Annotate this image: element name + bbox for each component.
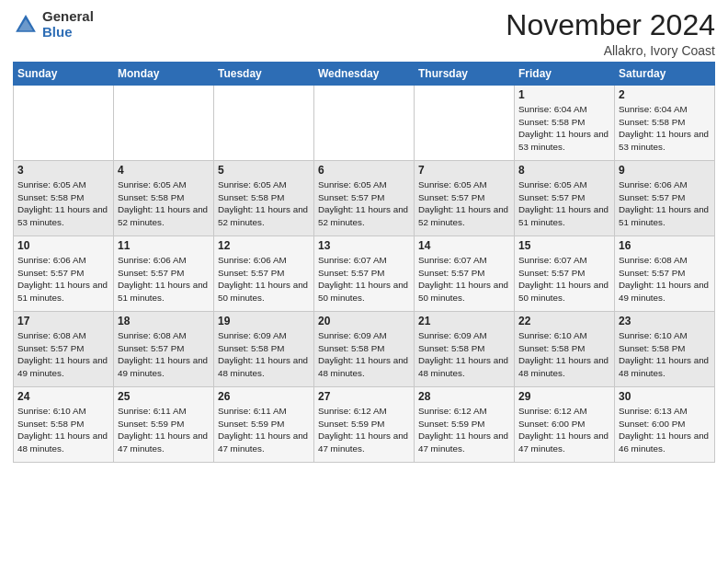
cell-1-0: 3Sunrise: 6:05 AM Sunset: 5:58 PM Daylig… — [14, 161, 114, 236]
cell-0-6: 2Sunrise: 6:04 AM Sunset: 5:58 PM Daylig… — [615, 86, 715, 161]
cell-0-4 — [415, 86, 515, 161]
cell-info: Sunrise: 6:09 AM Sunset: 5:58 PM Dayligh… — [418, 329, 510, 379]
col-tuesday: Tuesday — [214, 63, 314, 86]
cell-info: Sunrise: 6:12 AM Sunset: 6:00 PM Dayligh… — [518, 405, 610, 454]
cell-info: Sunrise: 6:07 AM Sunset: 5:57 PM Dayligh… — [318, 254, 410, 304]
cell-4-4: 28Sunrise: 6:12 AM Sunset: 5:59 PM Dayli… — [415, 387, 515, 463]
cell-2-0: 10Sunrise: 6:06 AM Sunset: 5:57 PM Dayli… — [14, 236, 114, 312]
page: General Blue November 2024 Allakro, Ivor… — [0, 0, 728, 563]
day-number: 16 — [619, 239, 711, 252]
cell-info: Sunrise: 6:06 AM Sunset: 5:57 PM Dayligh… — [619, 178, 711, 228]
logo: General Blue — [13, 9, 94, 40]
location: Allakro, Ivory Coast — [506, 43, 715, 58]
day-number: 26 — [218, 390, 310, 403]
cell-0-1 — [114, 86, 214, 161]
cell-info: Sunrise: 6:10 AM Sunset: 5:58 PM Dayligh… — [17, 405, 109, 454]
day-number: 28 — [418, 390, 510, 403]
cell-1-6: 9Sunrise: 6:06 AM Sunset: 5:57 PM Daylig… — [615, 161, 715, 236]
logo-icon — [13, 12, 39, 38]
day-number: 30 — [619, 390, 711, 403]
cell-info: Sunrise: 6:05 AM Sunset: 5:57 PM Dayligh… — [418, 178, 510, 228]
cell-info: Sunrise: 6:12 AM Sunset: 5:59 PM Dayligh… — [318, 405, 410, 454]
cell-2-1: 11Sunrise: 6:06 AM Sunset: 5:57 PM Dayli… — [114, 236, 214, 312]
cell-2-2: 12Sunrise: 6:06 AM Sunset: 5:57 PM Dayli… — [214, 236, 314, 312]
day-number: 18 — [118, 315, 210, 327]
cell-3-6: 23Sunrise: 6:10 AM Sunset: 5:58 PM Dayli… — [615, 312, 715, 387]
cell-info: Sunrise: 6:08 AM Sunset: 5:57 PM Dayligh… — [619, 254, 711, 304]
cell-info: Sunrise: 6:09 AM Sunset: 5:58 PM Dayligh… — [218, 329, 310, 379]
day-number: 27 — [318, 390, 410, 403]
day-number: 7 — [418, 164, 510, 177]
day-number: 9 — [619, 164, 711, 177]
cell-4-1: 25Sunrise: 6:11 AM Sunset: 5:59 PM Dayli… — [114, 387, 214, 463]
day-number: 22 — [518, 315, 610, 327]
cell-0-2 — [214, 86, 314, 161]
day-number: 1 — [518, 88, 610, 101]
cell-3-4: 21Sunrise: 6:09 AM Sunset: 5:58 PM Dayli… — [415, 312, 515, 387]
cell-4-2: 26Sunrise: 6:11 AM Sunset: 5:59 PM Dayli… — [214, 387, 314, 463]
day-number: 6 — [318, 164, 410, 177]
day-number: 8 — [518, 164, 610, 177]
header: General Blue November 2024 Allakro, Ivor… — [13, 9, 715, 58]
cell-1-4: 7Sunrise: 6:05 AM Sunset: 5:57 PM Daylig… — [415, 161, 515, 236]
col-thursday: Thursday — [415, 63, 515, 86]
cell-0-3 — [314, 86, 415, 161]
day-number: 23 — [619, 315, 711, 327]
cell-1-1: 4Sunrise: 6:05 AM Sunset: 5:58 PM Daylig… — [114, 161, 214, 236]
cell-info: Sunrise: 6:11 AM Sunset: 5:59 PM Dayligh… — [118, 405, 210, 454]
cell-info: Sunrise: 6:05 AM Sunset: 5:57 PM Dayligh… — [518, 178, 610, 228]
logo-text: General Blue — [42, 9, 94, 40]
day-number: 24 — [17, 390, 109, 403]
day-number: 3 — [17, 164, 109, 177]
cell-2-4: 14Sunrise: 6:07 AM Sunset: 5:57 PM Dayli… — [415, 236, 515, 312]
day-number: 14 — [418, 239, 510, 252]
cell-info: Sunrise: 6:07 AM Sunset: 5:57 PM Dayligh… — [418, 254, 510, 304]
day-number: 15 — [518, 239, 610, 252]
col-saturday: Saturday — [615, 63, 715, 86]
col-wednesday: Wednesday — [314, 63, 415, 86]
cell-3-5: 22Sunrise: 6:10 AM Sunset: 5:58 PM Dayli… — [515, 312, 615, 387]
col-friday: Friday — [515, 63, 615, 86]
cell-4-6: 30Sunrise: 6:13 AM Sunset: 6:00 PM Dayli… — [615, 387, 715, 463]
cell-info: Sunrise: 6:09 AM Sunset: 5:58 PM Dayligh… — [318, 329, 410, 379]
week-row-4: 17Sunrise: 6:08 AM Sunset: 5:57 PM Dayli… — [14, 312, 715, 387]
cell-info: Sunrise: 6:07 AM Sunset: 5:57 PM Dayligh… — [518, 254, 610, 304]
cell-info: Sunrise: 6:10 AM Sunset: 5:58 PM Dayligh… — [518, 329, 610, 379]
cell-info: Sunrise: 6:08 AM Sunset: 5:57 PM Dayligh… — [17, 329, 109, 379]
week-row-2: 3Sunrise: 6:05 AM Sunset: 5:58 PM Daylig… — [14, 161, 715, 236]
cell-info: Sunrise: 6:04 AM Sunset: 5:58 PM Dayligh… — [518, 103, 610, 153]
cell-3-1: 18Sunrise: 6:08 AM Sunset: 5:57 PM Dayli… — [114, 312, 214, 387]
cell-0-0 — [14, 86, 114, 161]
day-number: 2 — [619, 88, 711, 101]
day-number: 10 — [17, 239, 109, 252]
day-number: 19 — [218, 315, 310, 327]
cell-info: Sunrise: 6:06 AM Sunset: 5:57 PM Dayligh… — [218, 254, 310, 304]
cell-info: Sunrise: 6:10 AM Sunset: 5:58 PM Dayligh… — [619, 329, 711, 379]
cell-3-0: 17Sunrise: 6:08 AM Sunset: 5:57 PM Dayli… — [14, 312, 114, 387]
cell-3-2: 19Sunrise: 6:09 AM Sunset: 5:58 PM Dayli… — [214, 312, 314, 387]
day-number: 21 — [418, 315, 510, 327]
cell-1-2: 5Sunrise: 6:05 AM Sunset: 5:58 PM Daylig… — [214, 161, 314, 236]
week-row-5: 24Sunrise: 6:10 AM Sunset: 5:58 PM Dayli… — [14, 387, 715, 463]
cell-info: Sunrise: 6:11 AM Sunset: 5:59 PM Dayligh… — [218, 405, 310, 454]
month-title: November 2024 — [506, 9, 715, 41]
cell-info: Sunrise: 6:06 AM Sunset: 5:57 PM Dayligh… — [118, 254, 210, 304]
cell-4-5: 29Sunrise: 6:12 AM Sunset: 6:00 PM Dayli… — [515, 387, 615, 463]
cell-info: Sunrise: 6:05 AM Sunset: 5:58 PM Dayligh… — [118, 178, 210, 228]
cell-info: Sunrise: 6:08 AM Sunset: 5:57 PM Dayligh… — [118, 329, 210, 379]
day-number: 13 — [318, 239, 410, 252]
col-monday: Monday — [114, 63, 214, 86]
cell-2-3: 13Sunrise: 6:07 AM Sunset: 5:57 PM Dayli… — [314, 236, 415, 312]
logo-blue: Blue — [42, 25, 94, 40]
day-number: 17 — [17, 315, 109, 327]
cell-info: Sunrise: 6:12 AM Sunset: 5:59 PM Dayligh… — [418, 405, 510, 454]
cell-3-3: 20Sunrise: 6:09 AM Sunset: 5:58 PM Dayli… — [314, 312, 415, 387]
col-sunday: Sunday — [14, 63, 114, 86]
cell-info: Sunrise: 6:13 AM Sunset: 6:00 PM Dayligh… — [619, 405, 711, 454]
day-number: 5 — [218, 164, 310, 177]
cell-1-3: 6Sunrise: 6:05 AM Sunset: 5:57 PM Daylig… — [314, 161, 415, 236]
cell-info: Sunrise: 6:05 AM Sunset: 5:58 PM Dayligh… — [17, 178, 109, 228]
cell-info: Sunrise: 6:05 AM Sunset: 5:58 PM Dayligh… — [218, 178, 310, 228]
day-number: 25 — [118, 390, 210, 403]
week-row-3: 10Sunrise: 6:06 AM Sunset: 5:57 PM Dayli… — [14, 236, 715, 312]
